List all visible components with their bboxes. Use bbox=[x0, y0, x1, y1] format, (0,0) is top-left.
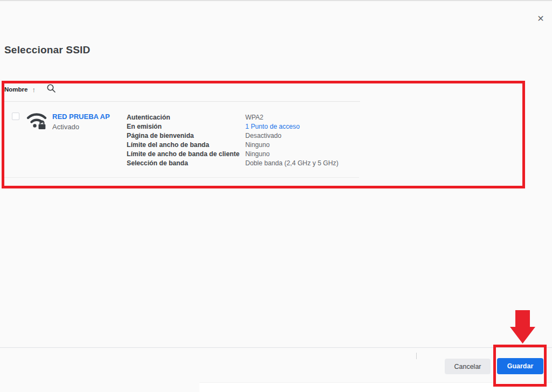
ssid-details: Autenticación WPA2 En emisión 1 Punto de… bbox=[127, 113, 339, 168]
detail-label: Selección de banda bbox=[127, 159, 245, 168]
detail-label: Página de bienvenida bbox=[127, 131, 245, 141]
search-icon[interactable] bbox=[46, 83, 56, 93]
detail-value: Desactivado bbox=[245, 131, 339, 141]
column-header-nombre[interactable]: Nombre bbox=[4, 86, 27, 93]
window-top-border bbox=[0, 0, 552, 1]
detail-label: Límite de ancho de banda de cliente bbox=[127, 150, 245, 159]
close-icon[interactable]: ✕ bbox=[534, 12, 547, 25]
header-divider bbox=[4, 101, 360, 102]
detail-value: Ninguno bbox=[245, 150, 339, 159]
sort-ascending-icon[interactable]: ↑ bbox=[32, 86, 36, 94]
footer-divider bbox=[0, 347, 552, 348]
underlying-page-edge bbox=[199, 382, 552, 392]
ssid-checkbox[interactable] bbox=[12, 113, 19, 120]
detail-label: Límite del ancho de banda bbox=[127, 141, 245, 150]
ssid-status: Activado bbox=[52, 123, 79, 131]
detail-value: WPA2 bbox=[245, 113, 339, 122]
detail-label: Autenticación bbox=[127, 113, 245, 122]
footer-tick-mark bbox=[416, 353, 417, 359]
table-header: Nombre ↑ bbox=[4, 84, 36, 95]
annotation-arrow-down-icon bbox=[510, 310, 535, 346]
page-title: Seleccionar SSID bbox=[4, 44, 91, 56]
cancel-button[interactable]: Cancelar bbox=[445, 359, 491, 374]
detail-label: En emisión bbox=[127, 122, 245, 131]
row-divider bbox=[4, 177, 359, 178]
detail-value: Doble banda (2,4 GHz y 5 GHz) bbox=[245, 159, 339, 168]
detail-value-link[interactable]: 1 Punto de acceso bbox=[245, 122, 339, 131]
detail-value: Ninguno bbox=[245, 141, 339, 150]
wifi-lock-icon bbox=[25, 110, 48, 132]
ssid-name-link[interactable]: RED PRUEBA AP bbox=[52, 113, 110, 121]
save-button[interactable]: Guardar bbox=[497, 358, 543, 374]
